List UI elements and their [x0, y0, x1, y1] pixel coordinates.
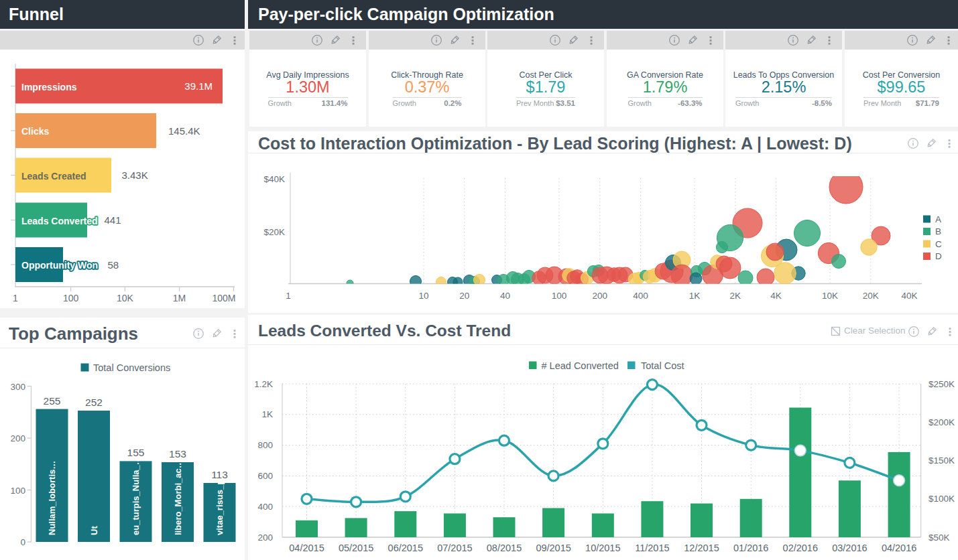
svg-text:01/2016: 01/2016 [733, 543, 768, 553]
svg-text:155: 155 [127, 447, 145, 458]
svg-text:10: 10 [418, 291, 428, 301]
svg-text:Ut: Ut [89, 526, 99, 535]
svg-text:0: 0 [20, 537, 25, 547]
svg-text:58: 58 [108, 259, 119, 271]
svg-text:05/2015: 05/2015 [339, 543, 373, 553]
svg-text:# Lead Converted: # Lead Converted [542, 360, 619, 371]
svg-text:10/2015: 10/2015 [585, 543, 620, 553]
svg-text:Impressions: Impressions [21, 82, 77, 92]
svg-text:10K: 10K [117, 293, 134, 303]
svg-text:Nullam_lobortis…: Nullam_lobortis… [47, 461, 57, 535]
svg-text:1: 1 [13, 293, 18, 303]
svg-text:$50K: $50K [929, 533, 950, 543]
svg-text:$20K: $20K [263, 227, 285, 237]
svg-text:39.1M: 39.1M [184, 80, 213, 92]
svg-text:Opportunity Won: Opportunity Won [21, 260, 98, 271]
svg-text:100M: 100M [212, 293, 235, 303]
svg-text:04/2016: 04/2016 [882, 543, 916, 553]
svg-text:441: 441 [105, 214, 121, 226]
svg-text:$150K: $150K [929, 456, 955, 466]
svg-text:10K: 10K [822, 291, 838, 301]
svg-text:800: 800 [257, 440, 273, 450]
svg-text:145.4K: 145.4K [168, 125, 200, 137]
svg-text:vitae_risus_p…: vitae_risus_p… [215, 471, 225, 535]
svg-text:40: 40 [500, 291, 510, 301]
svg-text:100: 100 [552, 291, 567, 301]
svg-text:C: C [935, 239, 942, 249]
svg-text:1K: 1K [261, 409, 273, 419]
svg-text:1: 1 [286, 291, 291, 301]
svg-text:400: 400 [633, 291, 648, 301]
svg-text:1.2K: 1.2K [254, 379, 273, 389]
svg-text:4K: 4K [770, 291, 782, 301]
svg-text:400: 400 [257, 502, 273, 512]
svg-text:1K: 1K [689, 291, 701, 301]
svg-text:02/2016: 02/2016 [783, 543, 818, 553]
svg-text:Leads Created: Leads Created [21, 171, 86, 182]
svg-text:07/2015: 07/2015 [437, 543, 472, 553]
svg-text:20: 20 [459, 291, 469, 301]
svg-text:eu_turpis_Nulla_…: eu_turpis_Nulla_… [131, 456, 141, 535]
svg-text:08/2015: 08/2015 [487, 543, 522, 553]
svg-text:12/2015: 12/2015 [684, 543, 719, 553]
svg-text:$40K: $40K [263, 174, 285, 184]
svg-text:2K: 2K [730, 291, 741, 301]
svg-text:Total Conversions: Total Conversions [93, 362, 170, 373]
svg-text:113: 113 [211, 469, 228, 480]
svg-text:09/2015: 09/2015 [536, 543, 571, 553]
svg-text:04/2015: 04/2015 [289, 543, 324, 553]
svg-text:300: 300 [10, 382, 25, 392]
svg-text:255: 255 [44, 395, 61, 407]
svg-text:$250K: $250K [929, 379, 955, 389]
svg-text:B: B [935, 226, 941, 236]
svg-text:$100K: $100K [929, 494, 955, 504]
svg-text:100: 100 [63, 293, 79, 303]
svg-text:06/2015: 06/2015 [388, 543, 423, 553]
svg-text:A: A [935, 214, 941, 224]
svg-text:3.43K: 3.43K [122, 169, 148, 181]
svg-text:20K: 20K [863, 291, 879, 301]
svg-text:11/2015: 11/2015 [635, 543, 669, 553]
svg-text:Clicks: Clicks [21, 126, 49, 137]
svg-text:Leads Converted: Leads Converted [21, 216, 98, 226]
svg-text:200: 200 [10, 433, 25, 443]
svg-text:252: 252 [85, 397, 103, 408]
svg-text:153: 153 [169, 448, 186, 460]
svg-text:03/2016: 03/2016 [832, 543, 867, 553]
svg-text:libero_Morbi_ac…: libero_Morbi_ac… [173, 460, 183, 535]
svg-text:600: 600 [257, 471, 273, 481]
svg-text:D: D [935, 251, 942, 261]
svg-text:100: 100 [10, 486, 25, 496]
svg-text:200: 200 [593, 291, 608, 301]
svg-text:40K: 40K [902, 291, 918, 301]
svg-text:$200K: $200K [929, 417, 955, 427]
svg-text:Total Cost: Total Cost [641, 360, 684, 371]
svg-text:1M: 1M [173, 293, 186, 303]
svg-text:200: 200 [257, 533, 273, 543]
